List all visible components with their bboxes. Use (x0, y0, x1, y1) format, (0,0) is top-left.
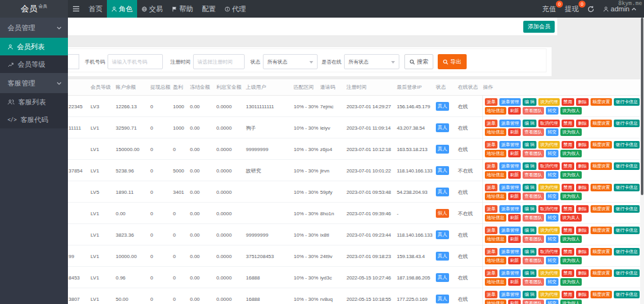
action-dispatch-manage-button[interactable]: 派单管理 (499, 205, 521, 213)
action-address-info-button[interactable]: 地址信息 (485, 235, 506, 243)
action-edit-button[interactable]: 编 辑 (523, 184, 536, 191)
action-transfer-button[interactable]: 转交 (546, 278, 558, 286)
action-disable-button[interactable]: 禁用 (562, 269, 574, 277)
action-dispatch-manage-button[interactable]: 派单管理 (499, 227, 521, 234)
action-disable-button[interactable]: 禁用 (562, 227, 574, 234)
action-transfer-button[interactable]: 转交 (546, 107, 558, 115)
action-cancel-agent-button[interactable]: 取消代理 (538, 248, 560, 256)
nav-tab-交易[interactable]: 交易 (137, 0, 167, 18)
action-transfer-button[interactable]: 转交 (546, 235, 558, 243)
action-quota-settings-button[interactable]: 额度设置 (591, 205, 612, 213)
action-set-agent-button[interactable]: 设为代理 (538, 269, 560, 277)
action-transfer-button[interactable]: 转交 (546, 171, 558, 179)
action-set-fake-button[interactable]: 设为假人 (560, 300, 582, 304)
action-set-fake-button[interactable]: 设为假人 (560, 193, 582, 200)
action-set-fake-button[interactable]: 设为假人 (560, 128, 582, 136)
action-dispatch-manage-button[interactable]: 派单管理 (499, 98, 521, 106)
action-refresh-button[interactable]: 刷新 (508, 257, 521, 264)
action-set-fake-button[interactable]: 设为假人 (560, 257, 582, 264)
action-set-agent-button[interactable]: 设为代理 (538, 291, 560, 298)
action-dispatch-button[interactable]: 派单 (485, 141, 497, 149)
refresh-icon[interactable] (587, 6, 594, 13)
action-quota-settings-button[interactable]: 额度设置 (591, 141, 612, 149)
vertical-scrollbar[interactable] (640, 18, 644, 304)
action-dispatch-manage-button[interactable]: 派单管理 (499, 162, 521, 170)
action-refresh-button[interactable]: 刷新 (508, 300, 521, 304)
action-address-info-button[interactable]: 地址信息 (485, 278, 506, 286)
action-view-team-button[interactable]: 查看团队 (523, 278, 544, 286)
action-address-info-button[interactable]: 地址信息 (485, 107, 506, 115)
action-dispatch-button[interactable]: 派单 (485, 269, 497, 277)
action-bank-card-info-button[interactable]: 银行卡信息 (614, 162, 640, 170)
action-edit-button[interactable]: 编 辑 (523, 141, 536, 149)
action-set-fake-button[interactable]: 设为假人 (560, 235, 582, 243)
action-dispatch-manage-button[interactable]: 派单管理 (499, 269, 521, 277)
action-cancel-agent-button[interactable]: 取消代理 (538, 162, 560, 170)
action-set-agent-button[interactable]: 设为代理 (538, 184, 560, 191)
action-dispatch-manage-button[interactable]: 派单管理 (499, 120, 521, 127)
action-delete-button[interactable]: 删除 (576, 205, 589, 213)
export-button[interactable]: 导出 (438, 54, 467, 69)
action-edit-button[interactable]: 编 辑 (523, 120, 536, 127)
action-delete-button[interactable]: 删除 (576, 269, 589, 277)
action-bank-card-info-button[interactable]: 银行卡信息 (614, 184, 640, 191)
action-transfer-button[interactable]: 转交 (546, 214, 558, 222)
action-bank-card-info-button[interactable]: 银行卡信息 (614, 120, 640, 127)
action-refresh-button[interactable]: 刷新 (508, 128, 521, 136)
action-dispatch-button[interactable]: 派单 (485, 291, 497, 298)
nav-action-充值[interactable]: 充值0 (542, 4, 556, 14)
search-button[interactable]: 搜索 (404, 54, 433, 69)
action-disable-button[interactable]: 禁用 (562, 162, 574, 170)
action-refresh-button[interactable]: 刷新 (508, 150, 521, 157)
action-edit-button[interactable]: 编 辑 (523, 205, 536, 213)
action-quota-settings-button[interactable]: 额度设置 (591, 269, 612, 277)
action-dispatch-manage-button[interactable]: 派单管理 (499, 291, 521, 298)
action-address-info-button[interactable]: 地址信息 (485, 171, 506, 179)
sidebar-item-会员列表[interactable]: 会员列表 (0, 38, 68, 55)
action-address-info-button[interactable]: 地址信息 (485, 193, 506, 200)
action-delete-button[interactable]: 删除 (576, 248, 589, 256)
action-disable-button[interactable]: 禁用 (562, 98, 574, 106)
sidebar-group-会员管理[interactable]: 会员管理 (0, 18, 68, 38)
action-edit-button[interactable]: 编 辑 (523, 98, 536, 106)
action-quota-settings-button[interactable]: 额度设置 (591, 227, 612, 234)
action-quota-settings-button[interactable]: 额度设置 (591, 291, 612, 298)
action-quota-settings-button[interactable]: 额度设置 (591, 162, 612, 170)
action-disable-button[interactable]: 禁用 (562, 141, 574, 149)
action-view-team-button[interactable]: 查看团队 (523, 235, 544, 243)
action-address-info-button[interactable]: 地址信息 (485, 128, 506, 136)
scrollbar-thumb[interactable] (641, 18, 643, 195)
action-bank-card-info-button[interactable]: 银行卡信息 (614, 205, 640, 213)
action-dispatch-button[interactable]: 派单 (485, 120, 497, 127)
action-view-team-button[interactable]: 查看团队 (523, 257, 544, 264)
action-dispatch-button[interactable]: 派单 (485, 184, 497, 191)
action-bank-card-info-button[interactable]: 银行卡信息 (614, 291, 640, 298)
nav-tab-首页[interactable]: 首页 (84, 0, 107, 18)
nav-tab-代理[interactable]: 代理 (220, 0, 250, 18)
sidebar-item-客服列表[interactable]: 客服列表 (0, 93, 68, 111)
action-set-agent-button[interactable]: 设为代理 (538, 141, 560, 149)
action-set-agent-button[interactable]: 设为代理 (538, 98, 560, 106)
action-address-info-button[interactable]: 地址信息 (485, 300, 506, 304)
action-set-fake-button[interactable]: 设为假人 (560, 150, 582, 157)
action-delete-button[interactable]: 删除 (576, 227, 589, 234)
sidebar-item-会员等级[interactable]: 会员等级 (0, 55, 68, 73)
action-view-team-button[interactable]: 查看团队 (523, 107, 544, 115)
action-set-real-button[interactable]: 设为真人 (560, 214, 582, 222)
action-refresh-button[interactable]: 刷新 (508, 171, 521, 179)
nav-tab-角色[interactable]: 角色 (107, 0, 137, 18)
action-dispatch-manage-button[interactable]: 派单管理 (499, 141, 521, 149)
action-edit-button[interactable]: 编 辑 (523, 291, 536, 298)
nav-tab-帮助[interactable]: 帮助 (167, 0, 197, 18)
action-disable-button[interactable]: 禁用 (562, 120, 574, 127)
action-delete-button[interactable]: 删除 (576, 98, 589, 106)
action-transfer-button[interactable]: 转交 (546, 128, 558, 136)
regtime-input[interactable]: 请选择注册时间 (193, 54, 245, 69)
add-member-button[interactable]: 添加会员 (523, 21, 555, 33)
action-edit-button[interactable]: 编 辑 (523, 269, 536, 277)
action-dispatch-button[interactable]: 派单 (485, 227, 497, 234)
action-delete-button[interactable]: 删除 (576, 184, 589, 191)
action-dispatch-manage-button[interactable]: 派单管理 (499, 184, 521, 191)
action-bank-card-info-button[interactable]: 银行卡信息 (614, 98, 640, 106)
action-disable-button[interactable]: 禁用 (562, 184, 574, 191)
